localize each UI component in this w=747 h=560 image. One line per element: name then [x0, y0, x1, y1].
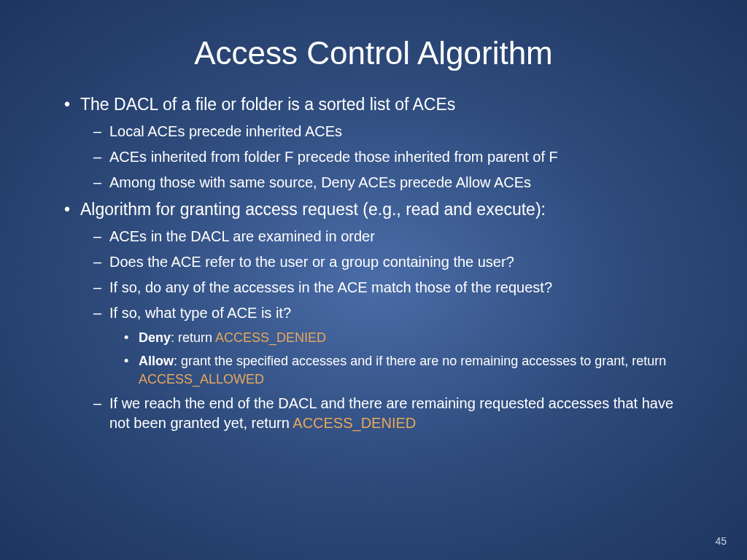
access-allowed: ACCESS_ALLOWED: [139, 372, 264, 386]
bullet-l2: Local ACEs precede inherited ACEs: [58, 122, 689, 141]
bullet-l2: ACEs in the DACL are examined in order: [58, 227, 689, 246]
bullet-l2: If we reach the end of the DACL and ther…: [58, 394, 689, 433]
slide: Access Control Algorithm The DACL of a f…: [0, 0, 747, 560]
bullet-l2: If so, what type of ACE is it?: [58, 303, 689, 323]
bullet-l2: Does the ACE refer to the user or a grou…: [58, 252, 689, 272]
bullet-l2: Among those with same source, Deny ACEs …: [58, 173, 689, 192]
slide-title: Access Control Algorithm: [58, 35, 689, 71]
bullet-l3: Allow: grant the specified accesses and …: [58, 352, 689, 388]
bullet-l1: The DACL of a file or folder is a sorted…: [58, 93, 689, 116]
deny-label: Deny: [139, 330, 171, 345]
allow-text: : grant the specified accesses and if th…: [174, 354, 666, 368]
bullet-l2: ACEs inherited from folder F precede tho…: [58, 147, 689, 167]
page-number: 45: [715, 535, 727, 547]
access-denied-1: ACCESS_DENIED: [215, 330, 326, 345]
slide-content: The DACL of a file or folder is a sorted…: [58, 93, 689, 531]
bullet-l3: Deny: return ACCESS_DENIED: [58, 329, 689, 346]
allow-label: Allow: [139, 354, 174, 368]
deny-text: : return: [171, 330, 215, 345]
bullet-l1: Algorithm for granting access request (e…: [58, 198, 689, 221]
access-denied-2: ACCESS_DENIED: [293, 415, 416, 431]
bullet-l2: If so, do any of the accesses in the ACE…: [58, 278, 689, 298]
